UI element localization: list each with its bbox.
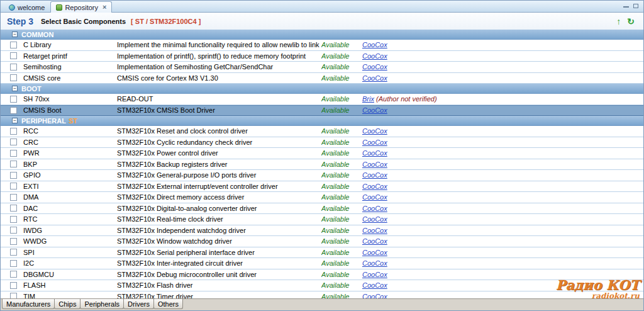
component-checkbox[interactable] <box>10 271 17 278</box>
component-row-crc[interactable]: CRCSTM32F10x Cyclic redundancy check dri… <box>1 137 643 149</box>
component-row-c-library[interactable]: C LibraryImplement the minimal functiona… <box>1 40 643 51</box>
component-row-sh-70xx[interactable]: SH 70xxREAD-OUTAvailableBrix (Author not… <box>1 94 643 105</box>
component-row-spi[interactable]: SPISTM32F10x Serial peripheral interface… <box>1 247 643 259</box>
checkbox-cell <box>1 293 23 298</box>
top-arrow-icon[interactable]: ↑ <box>616 17 621 26</box>
bottom-tab-manufacturers[interactable]: Manufacturers <box>2 299 55 309</box>
component-name: CMSIS core <box>23 74 117 82</box>
component-row-iwdg[interactable]: IWDGSTM32F10x Independent watchdog drive… <box>1 225 643 237</box>
vendor-link[interactable]: CooCox <box>362 215 387 223</box>
component-row-flash[interactable]: FLASHSTM32F10x Flash driverAvailableCooC… <box>1 280 643 291</box>
vendor-link[interactable]: CooCox <box>362 41 387 48</box>
collapse-icon[interactable]: − <box>12 118 18 123</box>
component-checkbox[interactable] <box>10 150 17 157</box>
component-checkbox[interactable] <box>10 205 17 212</box>
component-checkbox[interactable] <box>10 260 17 267</box>
component-checkbox[interactable] <box>10 96 17 103</box>
component-status: Available <box>321 41 362 48</box>
restore-icon[interactable] <box>633 4 638 8</box>
vendor-link[interactable]: CooCox <box>362 149 387 157</box>
collapse-icon[interactable]: − <box>12 31 18 37</box>
component-checkbox[interactable] <box>10 293 17 298</box>
component-status: Available <box>321 183 362 190</box>
component-row-retarget-printf[interactable]: Retarget printfImplementation of printf(… <box>1 51 643 62</box>
component-checkbox[interactable] <box>10 139 17 145</box>
component-status: Available <box>321 74 362 82</box>
component-row-pwr[interactable]: PWRSTM32F10x Power control driverAvailab… <box>1 148 643 159</box>
component-row-rtc[interactable]: RTCSTM32F10x Real-time clock driverAvail… <box>1 214 643 225</box>
vendor-cell: CooCox <box>362 259 643 267</box>
component-checkbox[interactable] <box>10 216 17 223</box>
vendor-link[interactable]: CooCox <box>362 237 387 245</box>
component-row-dac[interactable]: DACSTM32F10x Digital-to-analog converter… <box>1 203 643 215</box>
vendor-link[interactable]: CooCox <box>362 249 387 256</box>
section-header-boot[interactable]: −BOOT <box>1 84 643 94</box>
vendor-link[interactable]: CooCox <box>362 293 387 298</box>
vendor-link[interactable]: CooCox <box>362 205 387 212</box>
component-checkbox[interactable] <box>10 249 17 256</box>
component-checkbox[interactable] <box>10 161 17 167</box>
vendor-link[interactable]: CooCox <box>362 74 387 82</box>
component-checkbox[interactable] <box>10 183 17 189</box>
component-row-i2c[interactable]: I2CSTM32F10x Inter-integrated circuit dr… <box>1 258 643 269</box>
vendor-link[interactable]: CooCox <box>362 183 387 190</box>
vendor-link[interactable]: CooCox <box>362 193 387 201</box>
component-description: STM32F10x Debug microcontroller unit dri… <box>117 271 321 278</box>
vendor-link[interactable]: CooCox <box>362 139 387 146</box>
component-checkbox[interactable] <box>10 42 17 48</box>
component-checkbox[interactable] <box>10 74 17 81</box>
component-description: STM32F10x Real-time clock driver <box>117 215 321 223</box>
checkbox-cell <box>1 74 23 81</box>
tab-welcome[interactable]: welcome <box>3 1 50 13</box>
component-checkbox[interactable] <box>10 194 17 201</box>
collapse-icon[interactable]: − <box>12 86 18 91</box>
checkbox-cell <box>1 282 23 289</box>
vendor-link[interactable]: CooCox <box>362 52 387 60</box>
vendor-link[interactable]: CooCox <box>362 171 387 179</box>
component-row-gpio[interactable]: GPIOSTM32F10x General-purpose I/O ports … <box>1 170 643 181</box>
component-row-cmsis-core[interactable]: CMSIS coreCMSIS core for Cortex M3 V1.30… <box>1 73 643 84</box>
vendor-link[interactable]: CooCox <box>362 259 387 267</box>
component-row-rcc[interactable]: RCCSTM32F10x Reset and clock control dri… <box>1 126 643 137</box>
vendor-link[interactable]: CooCox <box>362 161 387 168</box>
component-row-bkp[interactable]: BKPSTM32F10x Backup registers driverAvai… <box>1 159 643 171</box>
component-checkbox[interactable] <box>10 107 17 114</box>
vendor-link[interactable]: CooCox <box>362 63 387 71</box>
component-row-semihosting[interactable]: SemihostingImplementation of Semihosting… <box>1 62 643 73</box>
component-checkbox[interactable] <box>10 238 17 245</box>
section-title: PERIPHERAL <box>21 117 66 125</box>
vendor-link[interactable]: CooCox <box>362 227 387 234</box>
component-checkbox[interactable] <box>10 172 17 179</box>
component-row-cmsis-boot[interactable]: CMSIS BootSTM32F10x CMSIS Boot DriverAva… <box>1 105 643 116</box>
bottom-tab-drivers[interactable]: Drivers <box>123 299 154 309</box>
component-checkbox[interactable] <box>10 52 17 59</box>
vendor-link[interactable]: CooCox <box>362 106 387 114</box>
section-header-common[interactable]: −COMMON <box>1 30 643 40</box>
component-row-dma[interactable]: DMASTM32F10x Direct memory access driver… <box>1 192 643 203</box>
component-name: RTC <box>23 215 117 223</box>
minimize-icon[interactable] <box>623 6 629 8</box>
component-row-wwdg[interactable]: WWDGSTM32F10x Window watchdog driverAvai… <box>1 236 643 247</box>
component-status: Available <box>321 237 362 245</box>
vendor-link[interactable]: CooCox <box>362 127 387 135</box>
component-checkbox[interactable] <box>10 128 17 135</box>
vendor-link[interactable]: CooCox <box>362 281 387 289</box>
bottom-tab-chips[interactable]: Chips <box>54 299 80 309</box>
component-row-tim[interactable]: TIMSTM32F10x Timer driverAvailableCooCox <box>1 291 643 299</box>
component-checkbox[interactable] <box>10 227 17 234</box>
refresh-icon[interactable]: ↻ <box>627 17 635 26</box>
component-status: Available <box>321 259 362 267</box>
close-icon[interactable]: × <box>103 4 106 11</box>
component-row-dbgmcu[interactable]: DBGMCUSTM32F10x Debug microcontroller un… <box>1 269 643 281</box>
vendor-link[interactable]: CooCox <box>362 271 387 278</box>
vendor-cell: CooCox <box>362 205 643 212</box>
tab-repository[interactable]: Repository × <box>50 1 112 13</box>
vendor-link[interactable]: Brix <box>362 95 374 103</box>
checkbox-cell <box>1 161 23 167</box>
section-header-peripheral[interactable]: −PERIPHERALST <box>1 116 643 126</box>
component-row-exti[interactable]: EXTISTM32F10x External interrupt/event c… <box>1 181 643 193</box>
component-checkbox[interactable] <box>10 282 17 289</box>
component-checkbox[interactable] <box>10 64 17 71</box>
bottom-tab-others[interactable]: Others <box>153 299 183 309</box>
bottom-tab-peripherals[interactable]: Peripherals <box>80 299 124 309</box>
